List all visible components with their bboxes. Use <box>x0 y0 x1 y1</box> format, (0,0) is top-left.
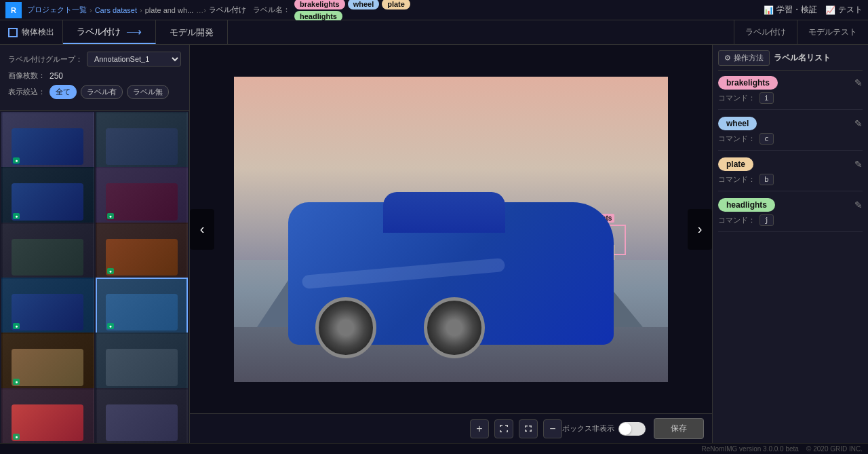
toolbar-center: + − <box>470 419 562 438</box>
main-image-container: wheel wheel brakelights brakelights <box>234 77 668 382</box>
command-key-2: b <box>760 174 774 185</box>
filter-unlabeled-btn[interactable]: ラベル無 <box>127 85 169 99</box>
breadcrumb-project-list[interactable]: プロジェクト一覧 <box>27 5 87 15</box>
label-name-prefix: ラベル名： <box>253 5 290 15</box>
list-item[interactable]: ● <box>1 388 94 443</box>
command-prefix-1: コマンド： <box>718 134 755 144</box>
label-command-brakelights: コマンド： i <box>718 92 863 104</box>
label-item-header-headlights: headlights ✎ <box>718 198 863 212</box>
tab-model-dev[interactable]: モデル開発 <box>156 20 228 44</box>
label-badges-area: ラベル名： brakelights wheel plate headlights <box>253 0 410 22</box>
breadcrumb-sep2: › <box>140 6 142 14</box>
badge-plate[interactable]: plate <box>382 0 410 10</box>
box-hide-toggle[interactable] <box>618 422 646 436</box>
toolbar-right: ボックス非表示 保存 <box>562 418 704 439</box>
label-command-wheel: コマンド： c <box>718 133 863 145</box>
tab-labeling[interactable]: ラベル付け ⟶ <box>63 20 156 44</box>
tab-model-test[interactable]: モデルテスト <box>797 20 868 44</box>
test-btn[interactable]: 📈 テスト <box>825 4 863 16</box>
arrow-icon: ⟶ <box>126 25 142 38</box>
image-count-row: 画像枚数： 250 <box>8 71 181 81</box>
command-prefix-0: コマンド： <box>718 93 755 103</box>
version-label: ReNomIMG version 3.0.0.0 beta <box>702 445 799 453</box>
command-prefix-3: コマンド： <box>718 215 755 225</box>
label-item-header-plate: plate ✎ <box>718 157 863 171</box>
breadcrumb-dataset[interactable]: Cars dataset <box>95 6 137 14</box>
right-panel: ⚙ 操作方法 ラベル名リスト brakelights ✎ コマンド： i whe… <box>712 45 868 443</box>
top-right-buttons: 📊 学習・検証 📈 テスト <box>764 4 863 16</box>
tab-labeling-sm-label: ラベル付け <box>745 26 786 38</box>
breadcrumb-task[interactable]: plate and wh... <box>145 6 194 14</box>
command-key-3: j <box>760 214 774 226</box>
filter-row: 表示絞込： 全て ラベル有 ラベル無 <box>8 85 181 99</box>
footer: ReNomIMG version 3.0.0.0 beta © 2020 GRI… <box>0 443 868 454</box>
ops-button[interactable]: ⚙ 操作方法 <box>718 50 770 66</box>
box-hide-label: ボックス非表示 <box>562 423 614 434</box>
command-key-1: c <box>760 133 774 145</box>
label-badge-brakelights[interactable]: brakelights <box>718 76 778 90</box>
label-item-header: brakelights ✎ <box>718 76 863 90</box>
tab-labeling-sm[interactable]: ラベル付け <box>734 20 797 44</box>
edit-headlights-icon[interactable]: ✎ <box>854 200 863 210</box>
box-hide-area: ボックス非表示 <box>562 422 646 436</box>
image-grid: ● ● ● <box>0 111 189 443</box>
prev-image-btn[interactable]: ‹ <box>190 209 214 250</box>
copyright-label: © 2020 GRID INC. <box>806 445 863 453</box>
label-item-headlights: headlights ✎ コマンド： j <box>718 198 863 232</box>
edit-brakelights-icon[interactable]: ✎ <box>854 77 863 88</box>
badge-wheel[interactable]: wheel <box>348 0 380 10</box>
label-command-plate: コマンド： b <box>718 174 863 185</box>
breadcrumb-current: ラベル付け <box>209 5 246 15</box>
sidebar-controls: ラベル付けグループ： AnnotationSet_1 画像枚数： 250 表示絞… <box>0 45 189 111</box>
tab-model-test-label: モデルテスト <box>808 26 857 38</box>
label-item-wheel: wheel ✎ コマンド： c <box>718 117 863 151</box>
label-item-header-wheel: wheel ✎ <box>718 117 863 130</box>
sidebar: ラベル付けグループ： AnnotationSet_1 画像枚数： 250 表示絞… <box>0 45 190 443</box>
edit-wheel-icon[interactable]: ✎ <box>854 118 863 129</box>
badge-brakelights[interactable]: brakelights <box>294 0 345 10</box>
bar-icon: 📈 <box>825 5 835 15</box>
task-type-label: 物体検出 <box>22 26 54 38</box>
sub-nav-right: ラベル付け モデルテスト <box>734 20 868 44</box>
annotation-set-select[interactable]: AnnotationSet_1 <box>87 52 181 67</box>
ops-label: 操作方法 <box>734 53 764 63</box>
image-viewport: ‹ › <box>190 45 712 413</box>
label-badge-wheel[interactable]: wheel <box>718 117 757 130</box>
command-prefix-2: コマンド： <box>718 174 755 185</box>
label-row-1: brakelights wheel plate <box>294 0 410 10</box>
image-toolbar: + − ボックス非表示 <box>190 413 712 443</box>
group-select-row: ラベル付けグループ： AnnotationSet_1 <box>8 52 181 67</box>
tab-model-dev-label: モデル開発 <box>170 26 214 39</box>
label-badge-headlights[interactable]: headlights <box>718 198 775 212</box>
train-validate-btn[interactable]: 📊 学習・検証 <box>764 4 817 16</box>
breadcrumb-sep1: › <box>90 6 92 14</box>
list-item[interactable] <box>96 388 189 443</box>
logo-area: R <box>5 2 22 18</box>
label-badge-plate[interactable]: plate <box>718 157 753 171</box>
image-count-value: 250 <box>50 71 63 81</box>
tab-labeling-label: ラベル付け <box>77 26 121 38</box>
fit-btn[interactable] <box>519 419 538 438</box>
fullscreen-btn[interactable] <box>494 419 513 438</box>
filter-all-btn[interactable]: 全て <box>50 85 77 99</box>
edit-plate-icon[interactable]: ✎ <box>854 159 863 170</box>
save-button[interactable]: 保存 <box>654 418 704 439</box>
zoom-out-btn[interactable]: − <box>543 419 562 438</box>
next-image-btn[interactable]: › <box>688 209 712 250</box>
main-car-image: wheel wheel brakelights brakelights <box>234 77 668 382</box>
tag-box-icon <box>8 28 18 37</box>
filter-label: 表示絞込： <box>8 87 45 97</box>
image-count-label: 画像枚数： <box>8 71 45 81</box>
breadcrumb: プロジェクト一覧 › Cars dataset › plate and wh..… <box>27 5 246 15</box>
label-item-plate: plate ✎ コマンド： b <box>718 157 863 191</box>
breadcrumb-sep3: …› <box>196 6 206 14</box>
logo-icon: R <box>5 2 22 18</box>
panel-title: ラベル名リスト <box>774 52 831 64</box>
sub-nav-tabs: ラベル付け ⟶ モデル開発 <box>63 20 228 44</box>
chart-icon: 📊 <box>764 5 774 15</box>
filter-labeled-btn[interactable]: ラベル有 <box>81 85 123 99</box>
zoom-in-btn[interactable]: + <box>470 419 489 438</box>
command-key-0: i <box>760 92 774 104</box>
sub-nav-left: 物体検出 <box>0 20 63 44</box>
center-area: ‹ › <box>190 45 712 443</box>
